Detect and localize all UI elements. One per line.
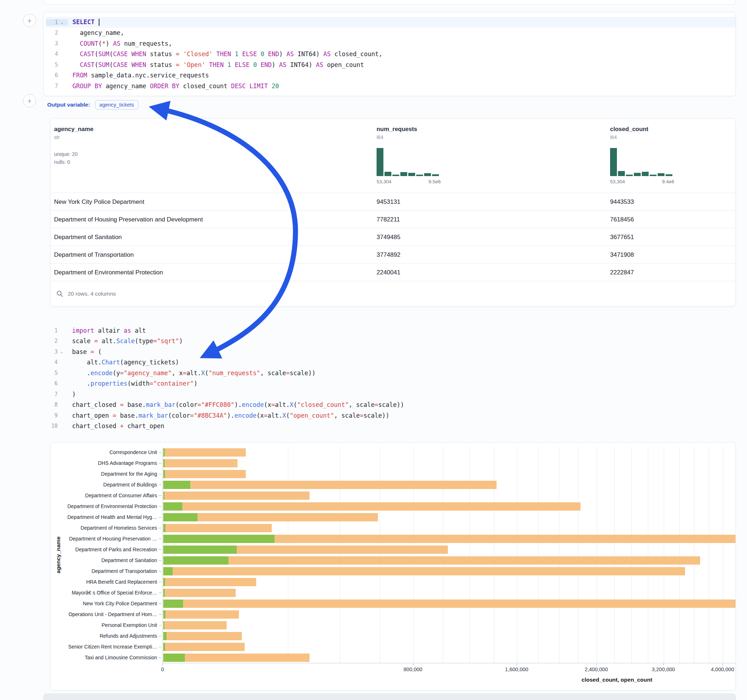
bar-open: [163, 599, 183, 608]
column-type: str: [54, 134, 93, 140]
code-line[interactable]: 2 agency_name,: [46, 28, 735, 39]
bar-open: [163, 524, 165, 532]
code-line[interactable]: 7GROUP BY agency_name ORDER BY closed_co…: [46, 81, 735, 92]
hist-min-label: 53,304: [610, 179, 625, 184]
column-header-num_requests[interactable]: num_requestsi6453,3049.5e6: [377, 126, 441, 184]
text-cursor: [99, 19, 100, 26]
code-line[interactable]: 3 COUNT(*) AS num_requests,: [46, 38, 735, 49]
line-number: 4: [45, 359, 57, 365]
code-text: base = (: [72, 348, 101, 355]
output-variable-row: Output variable: agency_tickets: [47, 99, 138, 111]
table-row-count: 20 rows, 4 columns: [68, 291, 116, 297]
code-text: import altair as alt: [72, 327, 146, 334]
histogram-bin: [400, 172, 407, 176]
column-name: closed_count: [610, 126, 674, 133]
bar-open: [163, 643, 165, 651]
code-line[interactable]: 4 alt.Chart(agency_tickets): [45, 357, 735, 368]
bar-open: [163, 535, 275, 543]
histogram-bin: [618, 171, 625, 176]
bar-open: [163, 567, 172, 575]
add-cell-button[interactable]: +: [23, 94, 36, 107]
table-row[interactable]: Department of Sanitation37494853677651: [50, 228, 735, 246]
bar-open: [163, 513, 198, 521]
python-editor[interactable]: 1import altair as alt2scale = alt.Scale(…: [43, 320, 735, 431]
line-number: 9: [45, 412, 57, 419]
output-variable-label: Output variable:: [47, 101, 90, 108]
x-axis-tick-label: 800,000: [404, 667, 422, 672]
code-line[interactable]: 9chart_open = base.mark_bar(color="#8BC3…: [45, 410, 735, 421]
hist-max-label: 9.5e6: [428, 179, 441, 184]
x-axis-title: closed_count, open_count: [582, 677, 652, 683]
histogram-bin: [424, 173, 431, 176]
code-line[interactable]: 8chart_closed = base.mark_bar(color="#FF…: [45, 400, 735, 410]
histogram-bin: [665, 174, 672, 176]
bar-closed: [163, 502, 581, 511]
histogram-bin: [634, 173, 641, 176]
code-text: .properties(width="container"): [72, 380, 198, 387]
code-line[interactable]: 7): [45, 389, 735, 400]
histogram-bin: [658, 173, 664, 176]
cell: 9443533: [610, 193, 634, 211]
line-number: 8: [45, 401, 57, 408]
column-name: agency_name: [54, 126, 93, 133]
table-body: New York City Police Department945313194…: [50, 193, 735, 281]
x-tick-mark: [723, 663, 723, 665]
chart-card: Correspondence UnitDHS Advantage Program…: [50, 442, 736, 691]
x-axis-tick-label: 1,600,000: [505, 667, 529, 672]
x-axis-tick-label: 4,000,000: [711, 667, 734, 672]
cell: 9453131: [377, 193, 400, 211]
x-axis-tick-label: 3,200,000: [652, 667, 675, 672]
column-stat: nulls: 0: [54, 158, 93, 166]
code-line[interactable]: 5 CAST(SUM(CASE WHEN status = 'Open' THE…: [46, 59, 735, 70]
table-row[interactable]: Department of Environmental Protection22…: [50, 263, 735, 281]
previous-cell-edge: [43, 0, 736, 5]
notebook-page: + + 1⌄SELECT 2 agency_name,3 COUNT(*) AS…: [0, 0, 747, 700]
table-row[interactable]: Department of Transportation377489234719…: [50, 246, 735, 264]
histogram-bin: [408, 173, 415, 176]
table-row[interactable]: New York City Police Department945313194…: [50, 193, 735, 211]
collapse-chevron-icon[interactable]: ⌄: [57, 349, 66, 355]
cell: Department of Housing Preservation and D…: [54, 211, 371, 228]
line-number: 3: [46, 40, 58, 47]
code-line[interactable]: 1import altair as alt: [45, 325, 735, 336]
line-number: 3: [45, 348, 57, 355]
column-header-closed_count[interactable]: closed_counti6453,3049.4e6: [610, 126, 674, 184]
line-number: 1: [46, 19, 58, 26]
code-line[interactable]: 10chart_closed + chart_open: [45, 421, 735, 432]
column-header-agency_name[interactable]: agency_namestrunique: 20nulls: 0: [54, 126, 93, 166]
code-line[interactable]: 1⌄SELECT: [46, 17, 735, 28]
bar-open: [163, 492, 164, 500]
sql-cell-card: 1⌄SELECT 2 agency_name,3 COUNT(*) AS num…: [43, 12, 736, 96]
cell: 7782211: [377, 211, 400, 228]
output-variable-badge[interactable]: agency_tickets: [95, 100, 138, 109]
bar-open: [163, 502, 182, 511]
histogram: [610, 148, 674, 176]
code-text: chart_open = base.mark_bar(color="#8BC34…: [72, 412, 389, 419]
histogram-bin: [650, 175, 656, 176]
bar-closed: [163, 556, 700, 564]
bar-closed: [163, 599, 735, 608]
add-cell-button[interactable]: +: [23, 14, 36, 27]
bar-open: [163, 556, 228, 564]
search-icon[interactable]: [56, 290, 64, 297]
table-row[interactable]: Department of Housing Preservation and D…: [50, 210, 735, 228]
bar-open: [163, 632, 166, 640]
code-line[interactable]: 6FROM sample_data.nyc.service_requests: [46, 70, 735, 81]
code-text: chart_closed = base.mark_bar(color="#FFC…: [72, 401, 404, 408]
bar-open: [163, 653, 185, 662]
line-number: 4: [46, 51, 58, 57]
code-line[interactable]: 2scale = alt.Scale(type="sqrt"): [45, 336, 735, 347]
column-name: num_requests: [377, 126, 441, 133]
bar-open: [163, 459, 165, 468]
sql-editor[interactable]: 1⌄SELECT 2 agency_name,3 COUNT(*) AS num…: [44, 12, 735, 92]
bar-closed: [163, 621, 227, 629]
collapse-chevron-icon[interactable]: ⌄: [58, 20, 66, 25]
bar-closed: [163, 481, 496, 489]
code-line[interactable]: 5 .encode(y="agency_name", x=alt.X("num_…: [45, 368, 735, 379]
cell: 3749485: [377, 228, 400, 246]
column-stat: unique: 20: [54, 150, 93, 158]
code-line[interactable]: 6 .properties(width="container"): [45, 379, 735, 389]
code-line[interactable]: 3⌄base = (: [45, 346, 735, 357]
code-text: GROUP BY agency_name ORDER BY closed_cou…: [73, 83, 279, 90]
code-line[interactable]: 4 CAST(SUM(CASE WHEN status = 'Closed' T…: [46, 49, 735, 60]
